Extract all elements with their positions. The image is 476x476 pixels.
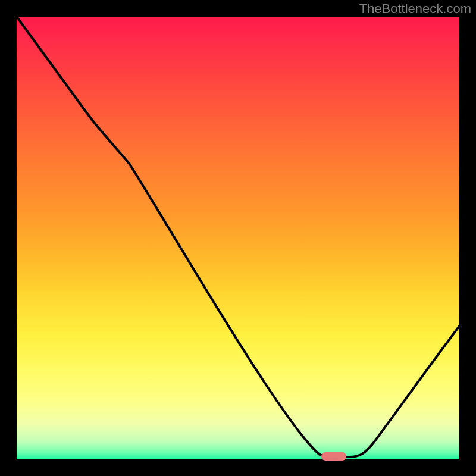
watermark-text: TheBottleneck.com [359,1,471,17]
chart-container: TheBottleneck.com [0,0,476,476]
optimal-marker [321,452,346,461]
bottleneck-curve [17,17,459,459]
curve-path [17,17,459,457]
plot-area [17,17,459,459]
